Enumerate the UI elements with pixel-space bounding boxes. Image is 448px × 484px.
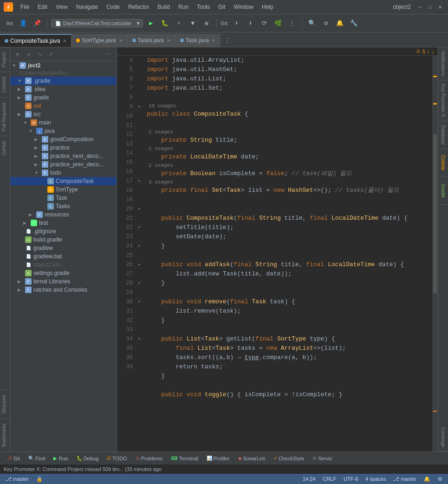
list-item[interactable]: 📄 gradlew — [10, 244, 117, 252]
maximize-button[interactable]: □ — [426, 3, 434, 11]
code-content[interactable]: import java.util.ArrayList; import java.… — [143, 56, 432, 451]
arrow-up-icon[interactable]: ↑ — [427, 49, 430, 54]
status-encoding[interactable]: UTF-8 — [342, 476, 360, 482]
menu-run[interactable]: Run — [175, 3, 192, 11]
status-indent[interactable]: 4 spaces — [364, 476, 388, 482]
list-item[interactable]: ▶ F goodComposition — [10, 135, 117, 144]
tab-tasks[interactable]: Tasks.java ✕ — [128, 34, 175, 47]
tab-close-task[interactable]: ✕ — [212, 38, 215, 43]
list-item[interactable]: 📄 gradlew.bat — [10, 252, 117, 261]
vert-tab-github[interactable]: GitHub — [0, 136, 10, 160]
menu-file[interactable]: File — [17, 3, 33, 11]
user-icon[interactable]: 👤 — [17, 17, 29, 29]
tree-expand-icon[interactable]: ⤡ — [35, 50, 45, 59]
menu-refactor[interactable]: Refactor — [124, 3, 153, 11]
composite-task-item[interactable]: C CompositeTask — [10, 177, 117, 185]
list-item[interactable]: ▶ F ratches and Consoles — [10, 286, 117, 294]
bottom-tab-checkstyle[interactable]: ✓ CheckStyle — [270, 455, 308, 462]
bottom-tab-profiler[interactable]: 📊 Profiler — [203, 455, 234, 462]
list-item[interactable]: G settings.gradle — [10, 269, 117, 277]
settings-button[interactable]: ⚙ — [320, 17, 332, 29]
list-item[interactable]: O out — [10, 102, 117, 110]
bottom-tab-terminal[interactable]: ⌨ Terminal — [167, 455, 202, 462]
search-button[interactable]: 🔍 — [306, 17, 318, 29]
tree-settings-icon[interactable]: ⚙ — [13, 50, 22, 59]
git-update[interactable]: ⬇ — [230, 17, 242, 29]
list-item[interactable]: ▶ F practice_prev_deco... — [10, 160, 117, 169]
warning-badge[interactable]: ⚠ 5 ↑ ↓ — [416, 48, 434, 54]
tab-more-button[interactable]: ⋮ — [221, 34, 234, 47]
list-item[interactable]: ▼ F todo — [10, 169, 117, 177]
vert-tab-bookmarks[interactable]: Bookmarks — [0, 419, 10, 451]
vert-tab-pull-requests[interactable]: Pull Requests — [0, 98, 10, 136]
menu-navigate[interactable]: Navigate — [72, 3, 102, 11]
tree-close-icon[interactable]: ─ — [104, 50, 114, 59]
editor-scrollbar[interactable] — [432, 56, 438, 451]
arrow-down-icon[interactable]: ↓ — [432, 49, 435, 54]
plugins-button[interactable]: 🔧 — [348, 17, 360, 29]
list-item[interactable]: ▶ T test — [10, 219, 117, 227]
status-branch[interactable]: ⎇ master — [4, 476, 31, 482]
right-tab-notifications[interactable]: Notifications — [438, 47, 448, 80]
menu-build[interactable]: Build — [154, 3, 174, 11]
tree-locate-icon[interactable]: ◎ — [24, 50, 33, 59]
bottom-tab-problems[interactable]: ⚠ Problems — [132, 455, 166, 462]
right-tab-database[interactable]: Database — [438, 121, 448, 149]
right-tab-codota[interactable]: Codota — [438, 149, 448, 177]
list-item[interactable]: ▶ F resources — [10, 210, 117, 219]
run-button[interactable]: ▶ — [145, 17, 157, 29]
tree-root[interactable]: ▼ P ject2 — [10, 61, 117, 70]
status-crlf[interactable]: CRLF — [321, 476, 338, 482]
list-item[interactable]: ▼ M main — [10, 118, 117, 127]
git-branches[interactable]: 🌿 — [272, 17, 284, 29]
tab-composite-task[interactable]: CompositeTask.java ✕ — [0, 34, 71, 47]
tab-sorttype[interactable]: SortType.java ✕ — [71, 34, 127, 47]
coverage-button[interactable]: ⚡ — [173, 17, 185, 29]
list-item[interactable]: ▶ F practice — [10, 144, 117, 152]
status-lock[interactable]: 🔒 — [34, 476, 45, 482]
tree-collapse-icon[interactable]: ⤢ — [46, 50, 56, 59]
close-button[interactable]: ✕ — [436, 3, 444, 11]
tab-close-sorttype[interactable]: ✕ — [119, 38, 123, 43]
right-tab-coverage[interactable]: Coverage — [438, 424, 448, 451]
menu-git[interactable]: Git — [214, 3, 229, 11]
status-notifications[interactable]: 🔔 — [422, 476, 432, 482]
list-item[interactable]: 📄 .gitignore — [10, 227, 117, 235]
list-item[interactable]: G build.gradle — [10, 235, 117, 244]
pin-icon[interactable]: 📌 — [31, 17, 43, 29]
git-push[interactable]: ⬆ — [244, 17, 256, 29]
bottom-tab-sonar[interactable]: ◈ SonarLint — [234, 455, 269, 462]
bottom-tab-service[interactable]: ⚙ Servic — [309, 455, 336, 462]
bottom-tab-run[interactable]: ▶ Run — [50, 455, 71, 462]
menu-window[interactable]: Window — [230, 3, 257, 11]
right-tab-gradle[interactable]: Gradle — [438, 177, 448, 205]
menu-help[interactable]: Help — [258, 3, 277, 11]
vert-tab-project[interactable]: Project — [0, 47, 10, 72]
minimize-button[interactable]: ─ — [416, 3, 424, 11]
list-item[interactable]: ▶ F gradle — [10, 93, 117, 102]
tab-task[interactable]: Task.java ✕ — [175, 34, 221, 47]
menu-tools[interactable]: Tools — [193, 3, 214, 11]
bottom-tab-debug[interactable]: 🐛 Debug — [73, 455, 102, 462]
right-tab-key-promoter[interactable]: Key Promoter X — [438, 80, 448, 121]
vert-tab-structure[interactable]: Structure — [0, 390, 10, 419]
menu-view[interactable]: View — [52, 3, 71, 11]
status-position[interactable]: 14:24 — [301, 476, 318, 482]
tab-close-tasks[interactable]: ✕ — [167, 38, 170, 43]
vert-tab-commit[interactable]: Commit — [0, 72, 10, 97]
list-item[interactable]: ▶ F practice_next_deco... — [10, 152, 117, 160]
list-item[interactable]: ▶ F .idea — [10, 85, 117, 93]
menu-code[interactable]: Code — [103, 3, 123, 11]
tab-close-composite[interactable]: ✕ — [63, 39, 66, 44]
list-item[interactable]: 📄 object2.iml — [10, 261, 117, 269]
list-item[interactable]: E SortType — [10, 185, 117, 194]
bottom-tab-find[interactable]: 🔍 Find — [25, 455, 49, 462]
file-dropdown[interactable]: 📄 DayOfWeekCalcTest.calculate ▼ — [51, 19, 143, 27]
debug-button[interactable]: 🐛 — [159, 17, 171, 29]
more-run-options[interactable]: ▼ — [187, 17, 199, 29]
bottom-tab-git[interactable]: ⎇ Git — [3, 455, 24, 462]
stop-button[interactable]: ◼ — [201, 17, 213, 29]
project-name[interactable]: list — [4, 19, 15, 27]
bottom-tab-todo[interactable]: ☑ TODO — [103, 455, 131, 462]
list-item[interactable]: ▼ F .gradle — [10, 77, 117, 85]
